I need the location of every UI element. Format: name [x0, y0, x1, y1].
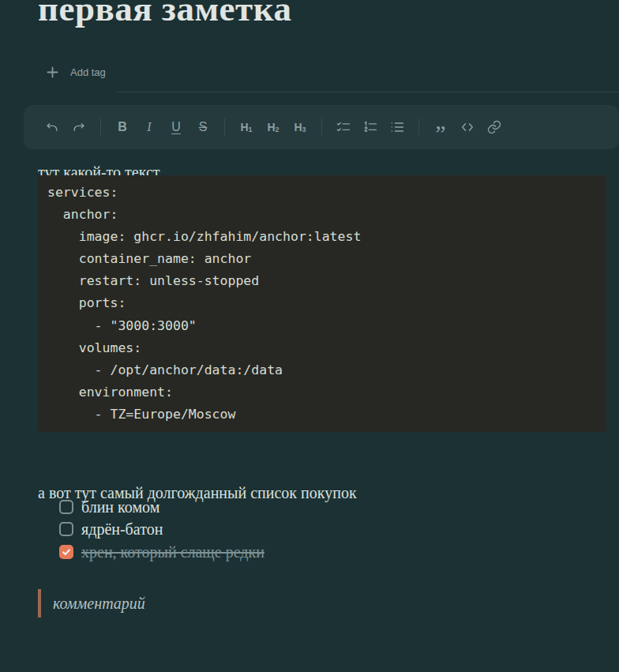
checkmark-icon [62, 547, 71, 557]
heading-2-button[interactable]: H2 [260, 105, 287, 149]
strikethrough-icon: S [199, 120, 208, 134]
heading-3-button[interactable]: H3 [287, 105, 313, 149]
blockquote-button[interactable]: ” [427, 105, 454, 149]
heading-3-icon: H3 [294, 121, 306, 133]
task-label[interactable]: блин комом [81, 498, 159, 516]
toolbar-separator [321, 118, 322, 136]
bold-button[interactable]: B [109, 105, 136, 149]
code-block[interactable]: services: anchor: image: ghcr.io/zhfahim… [38, 175, 606, 432]
heading-1-button[interactable]: H1 [233, 105, 260, 149]
checkbox-checked[interactable] [59, 545, 73, 559]
ordered-list-button[interactable] [357, 105, 384, 149]
undo-button[interactable] [39, 105, 66, 149]
formatting-toolbar: B I U S H1 H2 H3 [24, 105, 619, 149]
undo-icon [44, 119, 60, 135]
blockquote[interactable]: комментарий [38, 589, 145, 618]
heading-2-icon: H2 [267, 121, 279, 133]
toolbar-separator [224, 118, 225, 136]
checkbox-unchecked[interactable] [59, 522, 73, 536]
redo-icon [71, 119, 87, 135]
task-label[interactable]: ядрён-батон [81, 520, 163, 539]
toolbar-separator [100, 118, 101, 136]
checkbox-unchecked[interactable] [59, 500, 73, 514]
link-icon [486, 119, 502, 135]
task-list-button[interactable] [330, 105, 357, 149]
code-icon [460, 119, 475, 135]
task-item: ядрён-батон [59, 520, 163, 538]
italic-icon: I [147, 120, 151, 134]
bullet-list-button[interactable] [384, 105, 411, 149]
quote-icon: ” [435, 130, 445, 137]
closing-link[interactable]: ссылка [133, 669, 179, 672]
bold-icon: B [118, 120, 127, 134]
plus-icon [47, 66, 58, 78]
code-button[interactable] [454, 105, 481, 149]
task-label[interactable]: хрен, который слаще редки [81, 543, 264, 561]
task-list-icon [336, 119, 351, 135]
italic-button[interactable]: I [136, 105, 163, 149]
task-item: блин комом [59, 498, 159, 516]
tag-divider [116, 92, 619, 92]
code-block-text: services: anchor: image: ghcr.io/zhfahim… [47, 182, 597, 426]
blockquote-bar [38, 589, 41, 618]
underline-button[interactable]: U [163, 105, 189, 149]
bullet-list-icon [389, 119, 405, 135]
note-title[interactable]: первая заметка [38, 0, 291, 27]
underline-icon: U [171, 120, 181, 134]
strikethrough-button[interactable]: S [189, 105, 216, 149]
note-editor-page: первая заметка Add tag B I U S H1 [0, 0, 619, 672]
add-tag-button[interactable]: Add tag [47, 66, 106, 79]
ordered-list-icon [362, 119, 378, 135]
link-button[interactable] [481, 105, 508, 149]
add-tag-label: Add tag [70, 66, 106, 78]
redo-button[interactable] [66, 105, 92, 149]
toolbar-separator [418, 118, 419, 136]
task-item: хрен, который слаще редки [59, 543, 264, 561]
closing-paragraph: и завершение ссылка [38, 667, 180, 672]
heading-1-icon: H1 [240, 121, 252, 133]
closing-text: и завершение [38, 669, 133, 672]
blockquote-text: комментарий [53, 595, 145, 613]
